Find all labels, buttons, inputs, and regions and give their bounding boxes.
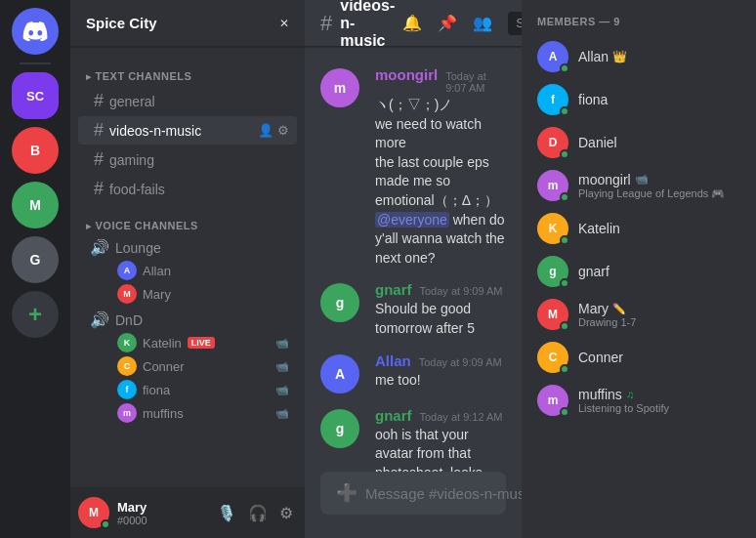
voice-user-allan[interactable]: A Allan (117, 259, 289, 282)
chevron-down-icon[interactable]: ✕ (279, 17, 289, 30)
voice-user-fiona[interactable]: f fiona 📹 (117, 378, 289, 401)
voice-user-mary[interactable]: M Mary (117, 282, 289, 306)
current-user-tag: #0000 (117, 515, 205, 526)
voice-channel-dnd[interactable]: 🔊 DnD K Katelin LIVE 📹 C Conner 📹 (78, 309, 297, 427)
voice-channel-lounge-name: Lounge (115, 240, 161, 256)
server-icon-spice-city[interactable]: SC (12, 72, 59, 119)
message-group-gnarf-1: g gnarf Today at 9:09 AM Should be good … (320, 277, 506, 342)
member-item-allan[interactable]: A Allan 👑 (529, 35, 748, 78)
speaker-icon: 🔊 (90, 238, 109, 257)
msg-username-gnarf[interactable]: gnarf (375, 281, 412, 298)
member-item-mary[interactable]: M Mary ✏️ Drawing 1-7 (529, 293, 748, 336)
members-icon[interactable]: 👥 (473, 14, 492, 32)
channel-gaming[interactable]: # gaming (78, 145, 297, 174)
member-name-conner: Conner (578, 350, 740, 365)
text-channels-label: TEXT CHANNELS (96, 70, 192, 82)
member-activity-mary: Drawing 1-7 (578, 316, 740, 328)
server-header[interactable]: Spice City ✕ (70, 0, 305, 47)
streaming-icon: 📹 (635, 173, 649, 186)
voice-channel-lounge[interactable]: 🔊 Lounge A Allan M Mary (78, 236, 297, 308)
member-item-moongirl[interactable]: m moongirl 📹 Playing League of Legends 🎮 (529, 164, 748, 207)
message-input[interactable] (365, 476, 522, 512)
voice-user-muffins[interactable]: m muffins 📹 (117, 401, 289, 425)
member-avatar-allan: A (537, 41, 568, 72)
msg-username-moongirl[interactable]: moongirl (375, 66, 438, 83)
gnarf-avatar[interactable]: g (320, 409, 359, 448)
add-server-button[interactable]: + (12, 291, 59, 338)
deafen-button[interactable]: 🎧 (244, 500, 272, 526)
server-icon-4[interactable]: G (12, 236, 59, 283)
server-name: Spice City (86, 15, 157, 31)
member-name-katelin: Katelin (578, 221, 740, 236)
member-item-katelin[interactable]: K Katelin (529, 207, 748, 250)
channel-general[interactable]: # general (78, 87, 297, 115)
member-name-allan: Allan 👑 (578, 49, 740, 64)
game-icon: 🎮 (711, 187, 725, 199)
allan-avatar[interactable]: A (320, 354, 359, 393)
member-item-fiona[interactable]: f fiona (529, 78, 748, 121)
member-info: gnarf (578, 264, 740, 279)
settings-button[interactable]: ⚙ (275, 500, 297, 526)
message-content: gnarf Today at 9:12 AM ooh is that your … (375, 407, 506, 472)
status-dot (560, 192, 569, 202)
msg-username-gnarf[interactable]: gnarf (375, 407, 412, 424)
server-icon-2[interactable]: B (12, 127, 59, 174)
message-header: Allan Today at 9:09 AM (375, 352, 506, 369)
channel-food-fails[interactable]: # food-fails (78, 175, 297, 203)
member-info: muffins ♫ Listening to Spotify (578, 387, 740, 414)
member-item-conner[interactable]: C Conner (529, 336, 748, 379)
voice-user-conner[interactable]: C Conner 📹 (117, 354, 289, 378)
video-icon: 📹 (275, 337, 289, 350)
text-channels-category[interactable]: ▸ TEXT CHANNELS (70, 55, 305, 86)
member-item-gnarf[interactable]: g gnarf (529, 250, 748, 293)
messages-container: m moongirl Today at 9:07 AM ヽ(；▽；)ノ we n… (305, 47, 522, 472)
server-icon-3[interactable]: M (12, 182, 59, 228)
member-name-muffins: muffins ♫ (578, 387, 740, 402)
voice-user-katelin[interactable]: K Katelin LIVE 📹 (117, 331, 289, 354)
user-panel: M Mary #0000 🎙️ 🎧 ⚙ (70, 487, 305, 538)
member-info: Conner (578, 350, 740, 365)
current-user-name: Mary (117, 500, 205, 515)
hash-icon: # (94, 149, 104, 170)
moongirl-avatar[interactable]: m (320, 68, 359, 107)
member-avatar-muffins: m (537, 385, 568, 416)
member-info: Daniel (578, 135, 740, 150)
channel-sidebar: Spice City ✕ ▸ TEXT CHANNELS # general #… (70, 0, 305, 538)
user-icon[interactable]: 👤 (258, 123, 273, 138)
member-item-muffins[interactable]: m muffins ♫ Listening to Spotify (529, 379, 748, 422)
search-box[interactable]: 🔍 (508, 12, 522, 35)
channel-list: ▸ TEXT CHANNELS # general # videos-n-mus… (70, 47, 305, 487)
message-group-allan-1: A Allan Today at 9:09 AM me too! (320, 349, 506, 397)
bell-icon[interactable]: 🔔 (402, 14, 422, 32)
message-group-gnarf-2: g gnarf Today at 9:12 AM ooh is that you… (320, 403, 506, 472)
settings-icon[interactable]: ⚙ (277, 123, 289, 138)
member-avatar-katelin: K (537, 213, 568, 244)
status-dot (560, 235, 569, 245)
voice-channels-category[interactable]: ▸ VOICE CHANNELS (70, 204, 305, 235)
chat-header: # videos-n-music 🔔 📌 👥 🔍 📥 ❓ (305, 0, 522, 47)
video-icon: 📹 (275, 384, 289, 396)
message-header: gnarf Today at 9:12 AM (375, 407, 506, 424)
pin-icon[interactable]: 📌 (438, 14, 457, 32)
status-dot (560, 63, 569, 73)
gnarf-avatar[interactable]: g (320, 283, 359, 322)
voice-channel-dnd-name: DnD (115, 312, 143, 328)
discord-home-button[interactable] (12, 8, 59, 55)
mute-button[interactable]: 🎙️ (213, 500, 240, 526)
msg-text: me too! (375, 371, 506, 391)
member-info: Allan 👑 (578, 49, 740, 64)
member-avatar-daniel: D (537, 127, 568, 158)
msg-username-allan[interactable]: Allan (375, 352, 411, 369)
katelin-avatar: K (117, 333, 137, 352)
muffins-avatar: m (117, 403, 137, 423)
plus-icon[interactable]: ➕ (336, 482, 357, 504)
member-name-moongirl: moongirl 📹 (578, 172, 740, 187)
conner-avatar: C (117, 356, 137, 376)
msg-timestamp: Today at 9:07 AM (445, 70, 506, 94)
member-info: fiona (578, 92, 740, 107)
speaker-icon: 🔊 (90, 310, 109, 329)
dnd-users: K Katelin LIVE 📹 C Conner 📹 f fion (90, 331, 289, 425)
member-item-daniel[interactable]: D Daniel (529, 121, 748, 164)
channel-videos-n-music[interactable]: # videos-n-music 👤 ⚙ (78, 116, 297, 145)
current-user-avatar[interactable]: M (78, 497, 109, 528)
